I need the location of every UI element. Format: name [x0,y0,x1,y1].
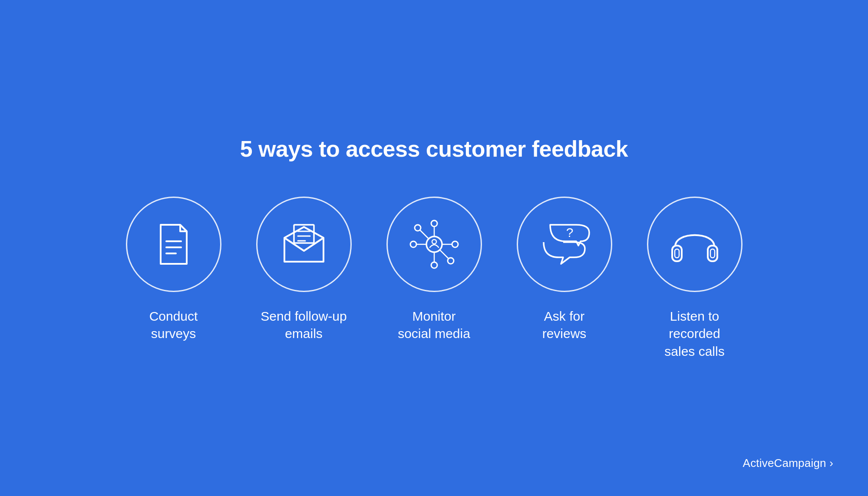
document-icon [152,220,195,268]
svg-rect-25 [710,249,715,258]
svg-point-11 [410,241,416,247]
cards-row: Conductsurveys Send follow-upemails [122,197,747,361]
card-calls: Listen to recordedsales calls [643,197,747,361]
network-icon [408,218,460,270]
svg-point-12 [452,241,458,247]
calls-circle [647,197,743,292]
svg-point-8 [432,240,436,244]
chat-question-icon: ? [539,220,589,268]
calls-label: Listen to recordedsales calls [643,308,747,361]
surveys-circle [126,197,221,292]
svg-text:?: ? [566,225,574,240]
emails-circle [256,197,352,292]
card-surveys: Conductsurveys [122,197,226,343]
email-icon [280,223,328,266]
svg-rect-23 [708,246,717,261]
svg-line-19 [420,230,429,239]
social-circle [386,197,482,292]
svg-point-14 [448,258,454,264]
card-emails: Send follow-upemails [252,197,356,343]
reviews-circle: ? [517,197,612,292]
reviews-label: Ask forreviews [542,308,587,343]
svg-line-20 [440,250,449,259]
svg-point-13 [415,225,421,231]
svg-rect-24 [675,249,679,258]
svg-point-10 [431,262,437,268]
headphones-icon [669,220,721,268]
surveys-label: Conductsurveys [149,308,198,343]
card-social: Monitorsocial media [382,197,486,343]
social-label: Monitorsocial media [398,308,470,343]
brand-footer: ActiveCampaign › [743,457,833,470]
card-reviews: ? Ask forreviews [512,197,617,343]
svg-rect-22 [672,246,682,261]
page-title: 5 ways to access customer feedback [240,136,628,162]
emails-label: Send follow-upemails [261,308,347,343]
svg-point-9 [431,220,437,227]
